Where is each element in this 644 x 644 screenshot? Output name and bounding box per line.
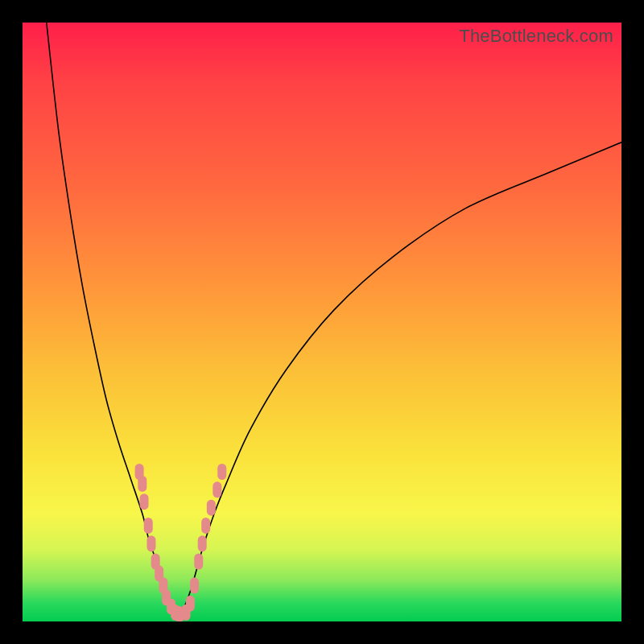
data-marker bbox=[171, 605, 180, 621]
data-marker bbox=[198, 535, 207, 551]
data-marker bbox=[151, 554, 160, 570]
outer-frame: TheBottleneck.com bbox=[0, 0, 644, 644]
data-marker bbox=[147, 535, 155, 551]
plot-area: TheBottleneck.com bbox=[23, 23, 621, 621]
data-marker bbox=[140, 493, 149, 510]
data-marker bbox=[182, 605, 191, 621]
data-marker bbox=[155, 565, 163, 581]
data-marker bbox=[162, 589, 171, 605]
data-marker bbox=[207, 500, 216, 516]
watermark-text: TheBottleneck.com bbox=[459, 26, 613, 47]
curve-left bbox=[47, 23, 179, 621]
data-marker bbox=[201, 518, 210, 534]
data-marker bbox=[167, 598, 175, 614]
curve-right bbox=[178, 142, 621, 621]
data-marker bbox=[138, 476, 147, 492]
data-marker bbox=[159, 577, 167, 593]
data-marker bbox=[186, 596, 195, 612]
data-marker bbox=[175, 606, 184, 621]
chart-svg bbox=[23, 23, 621, 621]
data-marker bbox=[135, 464, 144, 480]
data-marker bbox=[144, 518, 153, 534]
data-marker bbox=[217, 464, 226, 480]
data-marker bbox=[190, 577, 199, 593]
data-marker bbox=[213, 481, 221, 497]
marker-group bbox=[135, 464, 227, 621]
data-marker bbox=[194, 554, 203, 570]
